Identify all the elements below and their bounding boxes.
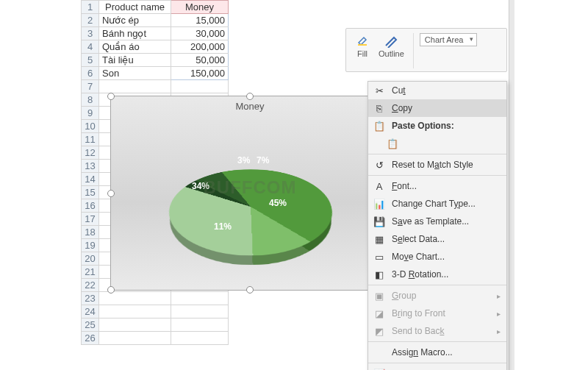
outline-label: Outline [379, 49, 404, 58]
menu-item-movechart[interactable]: ▭Move Chart... [368, 248, 506, 266]
cell-name[interactable]: Bánh ngọt [99, 27, 171, 40]
scrollbar[interactable] [509, 0, 514, 370]
menu-item-front: ◪Bring to Front▸ [368, 305, 506, 322]
data-label: 3% [237, 155, 250, 166]
column-a-header[interactable]: Product name [99, 1, 171, 14]
menu-item-label: Change Chart Type... [392, 199, 501, 209]
data-label: 34% [192, 181, 209, 191]
menu-item-label: Save as Template... [392, 216, 501, 227]
cut-icon: ✂ [373, 84, 386, 97]
row-header[interactable]: 3 [82, 27, 99, 40]
menu-item-label: Move Chart... [392, 252, 501, 262]
menu-item-paste_opt[interactable]: 📋 [368, 135, 506, 152]
bring-front-icon: ◪ [373, 307, 386, 320]
submenu-arrow-icon: ▸ [497, 292, 501, 300]
cell-money[interactable]: 15,000 [171, 14, 229, 27]
cell-money[interactable]: 150,000 [171, 67, 229, 80]
cell-name[interactable]: Tài liệu [99, 54, 171, 67]
chart-format-toolbar: Fill Outline Chart Area [345, 28, 507, 72]
font-icon: A [373, 179, 386, 193]
fill-tool[interactable]: Fill [352, 33, 373, 58]
cell-name[interactable]: Nước ép [99, 14, 171, 27]
chart-object[interactable]: Money 3% 7% 45% 11% 34% BUFFCOM [110, 96, 390, 291]
menu-item-fmtarea[interactable]: 📈Format Chart Area... [368, 365, 506, 370]
row-header[interactable]: 4 [82, 40, 99, 54]
menu-item-label: Cut [392, 85, 501, 96]
menu-item-label: Reset to Match Style [392, 160, 501, 170]
cell-money[interactable]: 30,000 [171, 27, 229, 40]
resize-handle[interactable] [107, 190, 115, 197]
fill-icon [355, 33, 370, 48]
submenu-arrow-icon: ▸ [497, 310, 501, 318]
pie-chart[interactable]: 3% 7% 45% 11% 34% [155, 140, 346, 280]
menu-item-reset[interactable]: ↺Reset to Match Style [368, 156, 506, 174]
data-label: 11% [214, 221, 232, 232]
fill-label: Fill [357, 49, 368, 58]
data-label: 7% [257, 155, 269, 166]
row-header[interactable]: 2 [82, 14, 99, 27]
menu-item-copy[interactable]: ⎘Copy [368, 99, 506, 117]
menu-item-label: Send to Back [392, 326, 491, 336]
menu-item-label: Copy [392, 103, 501, 113]
send-back-icon: ◩ [373, 324, 386, 338]
menu-item-label: Group [392, 291, 491, 301]
menu-item-selectdata[interactable]: ▦Select Data... [368, 230, 506, 248]
resize-handle[interactable] [246, 93, 254, 100]
menu-item-label: Font... [392, 181, 501, 191]
menu-item-savetmpl[interactable]: 💾Save as Template... [368, 213, 506, 230]
resize-handle[interactable] [107, 286, 115, 293]
resize-handle[interactable] [246, 286, 254, 293]
paste-icon: 📋 [373, 119, 386, 132]
menu-item-cut[interactable]: ✂Cut [368, 82, 506, 99]
outline-tool[interactable]: Outline [376, 33, 407, 58]
menu-item-label: Assign Macro... [392, 347, 501, 357]
menu-item-rot3d[interactable]: ◧3-D Rotation... [368, 266, 506, 283]
row-header[interactable]: 5 [82, 54, 99, 67]
outline-icon [384, 33, 398, 48]
cell-money[interactable]: 50,000 [171, 54, 229, 67]
blank-icon [373, 346, 386, 359]
column-b-header[interactable]: Money [171, 1, 229, 14]
svg-rect-0 [358, 44, 367, 46]
reset-icon: ↺ [373, 158, 386, 171]
clipboard-icon: 📋 [386, 137, 399, 150]
row-header[interactable]: 6 [82, 67, 99, 80]
menu-item-paste_hdr[interactable]: 📋Paste Options: [368, 117, 506, 135]
data-label: 45% [269, 198, 287, 208]
menu-item-changetype[interactable]: 📊Change Chart Type... [368, 195, 506, 213]
menu-item-back: ◩Send to Back▸ [368, 322, 506, 340]
select-data-icon: ▦ [373, 232, 386, 246]
cell-name[interactable]: Son [99, 67, 171, 80]
menu-item-group: ▣Group▸ [368, 287, 506, 305]
chart-element-selector[interactable]: Chart Area [420, 33, 478, 46]
save-template-icon: 💾 [373, 215, 386, 228]
group-icon: ▣ [373, 289, 386, 302]
menu-item-label: Select Data... [392, 234, 501, 244]
menu-item-label: Bring to Front [392, 308, 491, 319]
menu-item-label: Paste Options: [392, 121, 501, 131]
menu-item-label: 3-D Rotation... [392, 269, 501, 280]
move-chart-icon: ▭ [373, 250, 386, 263]
chart-type-icon: 📊 [373, 197, 386, 210]
menu-item-font[interactable]: AFont... [368, 177, 506, 195]
resize-handle[interactable] [107, 93, 115, 100]
copy-icon: ⎘ [373, 102, 386, 115]
menu-item-macro[interactable]: Assign Macro... [368, 344, 506, 361]
cell-money[interactable]: 200,000 [171, 40, 229, 54]
submenu-arrow-icon: ▸ [497, 327, 501, 335]
row-header[interactable]: 1 [82, 1, 99, 14]
rotation-icon: ◧ [373, 268, 386, 281]
format-area-icon: 📈 [373, 367, 386, 370]
chart-context-menu: ✂Cut⎘Copy📋Paste Options:📋↺Reset to Match… [368, 81, 507, 370]
cell-name[interactable]: Quần áo [99, 40, 171, 54]
